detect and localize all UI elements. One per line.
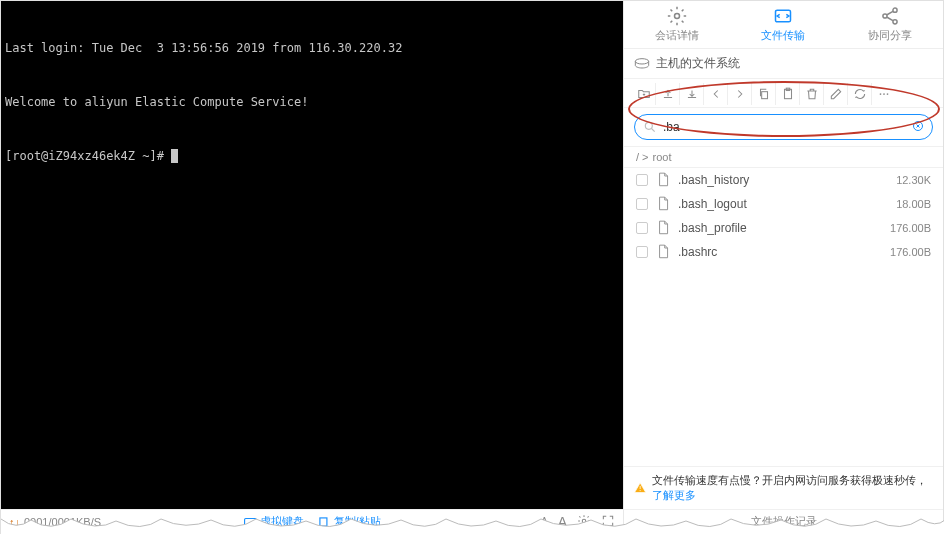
forward-button[interactable] <box>728 83 752 105</box>
cursor-icon <box>171 149 178 163</box>
svg-point-9 <box>880 93 882 95</box>
file-checkbox[interactable] <box>636 222 648 234</box>
terminal-line: Last login: Tue Dec 3 13:56:56 2019 from… <box>5 39 619 57</box>
search-input-wrapper <box>634 114 933 140</box>
file-size: 176.00B <box>890 222 931 234</box>
svg-point-10 <box>883 93 885 95</box>
share-icon <box>880 6 900 26</box>
file-checkbox[interactable] <box>636 246 648 258</box>
learn-more-link[interactable]: 了解更多 <box>652 489 696 501</box>
refresh-button[interactable] <box>848 83 872 105</box>
keyboard-icon <box>243 516 257 528</box>
svg-point-2 <box>893 8 897 12</box>
file-size: 12.30K <box>896 174 931 186</box>
delete-button[interactable] <box>800 83 824 105</box>
file-row[interactable]: .bash_logout 18.00B <box>624 192 943 216</box>
svg-point-3 <box>883 14 887 18</box>
file-panel: 会话详情 文件传输 协同分享 主机的文件系统 <box>623 1 943 533</box>
file-name: .bash_history <box>678 173 888 187</box>
file-icon <box>656 172 670 188</box>
new-folder-button[interactable] <box>632 83 656 105</box>
file-row[interactable]: .bash_profile 176.00B <box>624 216 943 240</box>
svg-rect-6 <box>761 92 767 99</box>
transfer-speed: ↑↓ 0001/0001KB/S <box>9 516 101 528</box>
rename-button[interactable] <box>824 83 848 105</box>
paste-button[interactable] <box>776 83 800 105</box>
clipboard-icon <box>316 516 330 528</box>
virtual-keyboard-button[interactable]: 虚拟键盘 <box>243 514 304 529</box>
tab-file-transfer[interactable]: 文件传输 <box>730 1 836 48</box>
file-log-header[interactable]: 文件操作记录 <box>624 509 943 533</box>
terminal-line: Welcome to aliyun Elastic Compute Servic… <box>5 93 619 111</box>
svg-rect-15 <box>320 518 327 526</box>
download-button[interactable] <box>680 83 704 105</box>
more-button[interactable] <box>872 83 896 105</box>
file-name: .bashrc <box>678 245 882 259</box>
tab-session-details[interactable]: 会话详情 <box>624 1 730 48</box>
font-increase-button[interactable]: A <box>558 514 567 530</box>
svg-point-12 <box>645 122 652 129</box>
file-toolbar <box>624 79 943 108</box>
transfer-warning: 文件传输速度有点慢？开启内网访问服务获得极速秒传，了解更多 <box>624 466 943 509</box>
file-icon <box>656 244 670 260</box>
svg-point-11 <box>887 93 889 95</box>
file-checkbox[interactable] <box>636 198 648 210</box>
svg-point-5 <box>635 58 648 63</box>
section-title: 主机的文件系统 <box>624 49 943 79</box>
file-size: 18.00B <box>896 198 931 210</box>
transfer-icon <box>773 6 793 26</box>
search-icon <box>643 120 657 134</box>
copy-paste-button[interactable]: 复制/粘贴 <box>316 514 380 529</box>
file-icon <box>656 196 670 212</box>
file-name: .bash_logout <box>678 197 888 211</box>
back-button[interactable] <box>704 83 728 105</box>
terminal-prompt: [root@iZ94xz46ek4Z ~]# <box>5 147 619 165</box>
tab-collaborate[interactable]: 协同分享 <box>837 1 943 48</box>
gear-icon <box>667 6 687 26</box>
file-row[interactable]: .bash_history 12.30K <box>624 168 943 192</box>
file-name: .bash_profile <box>678 221 882 235</box>
settings-icon[interactable] <box>577 514 591 530</box>
search-input[interactable] <box>663 120 906 134</box>
status-bar: ↑↓ 0001/0001KB/S 虚拟键盘 复制/粘贴 A A <box>1 509 623 533</box>
fullscreen-button[interactable] <box>601 514 615 530</box>
clear-search-button[interactable] <box>912 119 924 135</box>
warning-icon <box>634 481 646 495</box>
file-row[interactable]: .bashrc 176.00B <box>624 240 943 264</box>
svg-point-4 <box>893 20 897 24</box>
upload-button[interactable] <box>656 83 680 105</box>
breadcrumb[interactable]: / > root <box>624 146 943 168</box>
panel-tabs: 会话详情 文件传输 协同分享 <box>624 1 943 49</box>
svg-point-0 <box>675 14 680 19</box>
font-decrease-button[interactable]: A <box>541 516 548 527</box>
file-size: 176.00B <box>890 246 931 258</box>
disk-icon <box>634 58 650 70</box>
svg-point-16 <box>582 519 586 523</box>
copy-button[interactable] <box>752 83 776 105</box>
file-list: .bash_history 12.30K .bash_logout 18.00B… <box>624 168 943 466</box>
file-checkbox[interactable] <box>636 174 648 186</box>
terminal-pane[interactable]: Last login: Tue Dec 3 13:56:56 2019 from… <box>1 1 623 533</box>
svg-rect-14 <box>245 519 257 526</box>
file-icon <box>656 220 670 236</box>
